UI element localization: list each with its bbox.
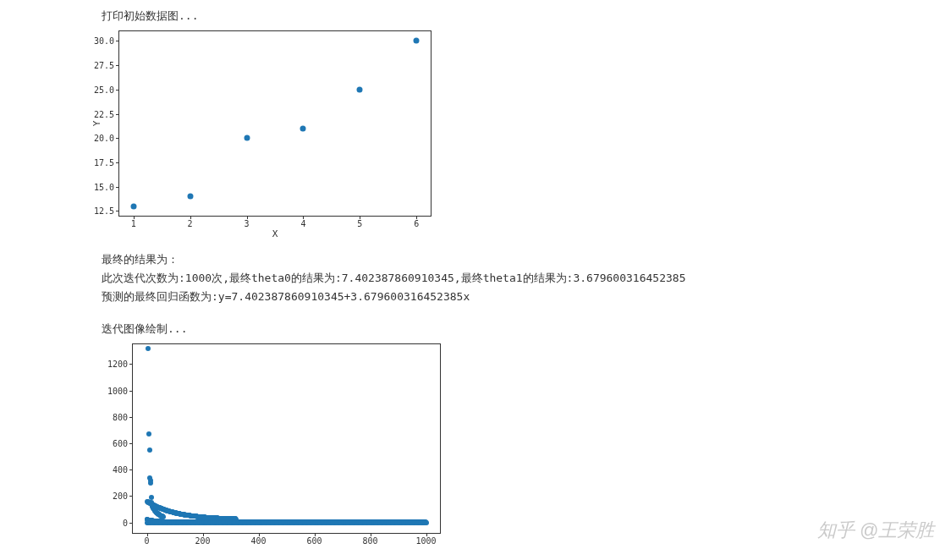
chart2-point <box>148 480 153 486</box>
chart-2-wrap: 02004006008001000120002004006008001000 <box>132 343 951 534</box>
scatter-chart-1: Y X 12.515.017.520.022.525.027.530.01234… <box>118 30 432 217</box>
chart1-point <box>414 38 420 44</box>
chart1-point <box>357 86 363 92</box>
chart2-point <box>146 431 151 436</box>
chart1-point <box>244 135 250 141</box>
iteration-plot-label: 迭代图像绘制... <box>102 321 951 337</box>
chart1-point <box>300 125 306 131</box>
print-initial-label: 打印初始数据图... <box>102 8 951 24</box>
watermark: 知乎 @王荣胜 <box>817 518 934 543</box>
scatter-chart-2: 02004006008001000120002004006008001000 <box>132 343 441 534</box>
chart1-ylabel: Y <box>91 121 102 127</box>
chart2-point <box>424 520 429 525</box>
chart1-point <box>187 194 193 200</box>
chart2-point <box>146 346 151 351</box>
regression-function-line: 预测的最终回归函数为:y=7.402387860910345+3.6796003… <box>102 289 951 305</box>
chart1-xlabel: X <box>272 228 278 239</box>
chart-1-wrap: Y X 12.515.017.520.022.525.027.530.01234… <box>118 30 951 217</box>
final-result-label: 最终的结果为： <box>102 252 951 267</box>
chart2-point <box>147 447 152 453</box>
iteration-result-line: 此次迭代次数为:1000次,最终theta0的结果为:7.40238786091… <box>102 271 951 286</box>
chart1-point <box>130 203 136 209</box>
